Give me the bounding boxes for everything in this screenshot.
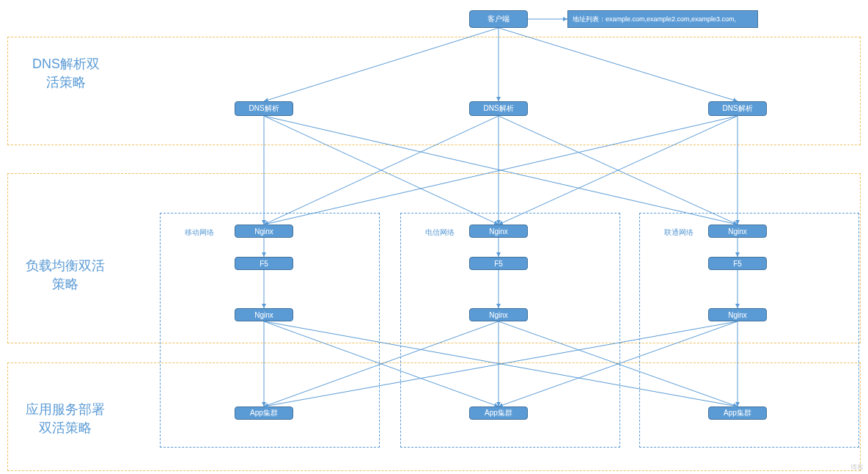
node-nginx-top-3: Nginx [708, 225, 767, 238]
watermark: 博客 [850, 463, 864, 473]
node-nginx-bot-2: Nginx [469, 308, 528, 321]
node-nginx-bot-3: Nginx [708, 308, 767, 321]
node-nginx-bot-1: Nginx [235, 308, 293, 321]
node-dns-1: DNS解析 [235, 101, 293, 116]
label-lb: 负载均衡双活 策略 [18, 257, 113, 293]
node-f5-1: F5 [235, 257, 293, 270]
node-dns-2: DNS解析 [469, 101, 528, 116]
label-dns: DNS解析双 活策略 [22, 55, 110, 92]
net-label-3: 联通网络 [664, 227, 694, 238]
node-nginx-top-2: Nginx [469, 225, 528, 238]
node-f5-2: F5 [469, 257, 528, 270]
node-client: 客户端 [469, 10, 528, 28]
node-app-1: App集群 [235, 406, 293, 420]
node-addrlist: 地址列表：example.com,example2.com,example3.c… [567, 10, 758, 28]
net-label-2: 电信网络 [425, 227, 455, 238]
node-f5-3: F5 [708, 257, 767, 270]
node-dns-3: DNS解析 [708, 101, 767, 116]
node-app-3: App集群 [708, 406, 767, 420]
net-label-1: 移动网络 [185, 227, 214, 238]
zone-dns [7, 37, 861, 145]
node-nginx-top-1: Nginx [235, 225, 293, 238]
label-app: 应用服务部署 双活策略 [18, 401, 113, 437]
node-app-2: App集群 [469, 406, 528, 420]
